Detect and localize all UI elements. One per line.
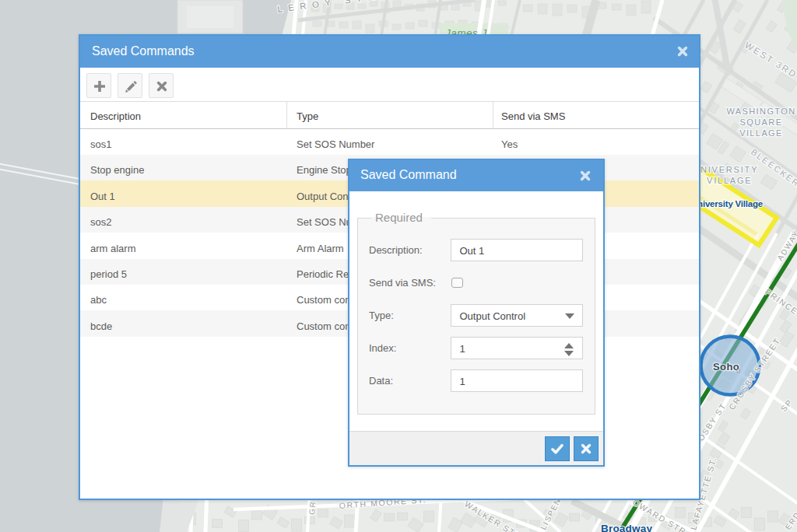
- svg-text:University Village: University Village: [691, 199, 763, 208]
- svg-text:VILLAGE: VILLAGE: [739, 128, 783, 138]
- svg-text:VILLAGE: VILLAGE: [707, 176, 752, 185]
- svg-text:Soho: Soho: [713, 361, 739, 373]
- svg-text:SQUARE: SQUARE: [740, 117, 783, 127]
- svg-text:Broadway: Broadway: [601, 523, 652, 532]
- svg-text:o: o: [736, 366, 742, 375]
- svg-text:WASHINGTON: WASHINGTON: [726, 107, 795, 116]
- svg-text:GR: GR: [307, 500, 318, 515]
- svg-text:NIVERSITY: NIVERSITY: [700, 165, 758, 174]
